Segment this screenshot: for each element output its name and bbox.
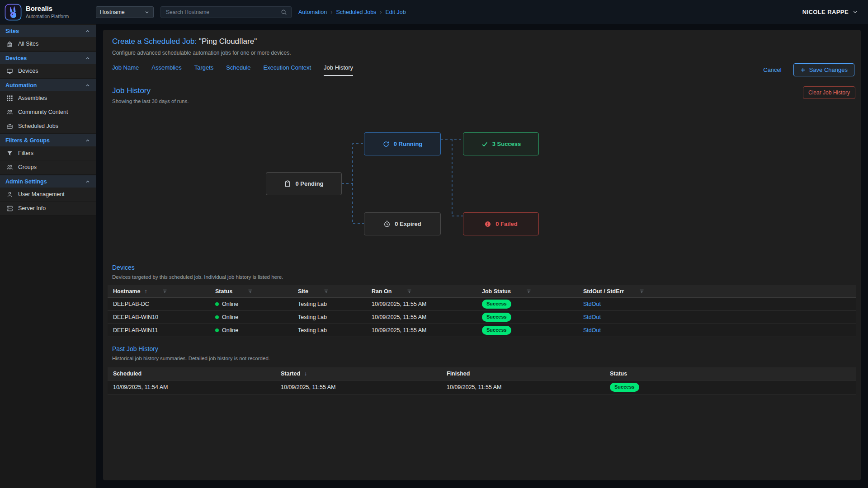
sidebar-item-devices[interactable]: Devices — [0, 64, 96, 78]
check-icon — [481, 141, 488, 148]
sort-desc-icon[interactable]: ↓ — [304, 371, 307, 377]
hostname-select-value: Hostname — [100, 9, 125, 15]
search-input[interactable] — [165, 9, 281, 16]
status-cell: Online — [210, 327, 292, 333]
past-job-history-heading: Past Job History — [108, 345, 856, 352]
search-icon[interactable] — [281, 9, 287, 15]
past-job-history-table: Scheduled Started ↓ Finished Status 10/0… — [108, 367, 856, 394]
filter-icon[interactable] — [406, 288, 412, 294]
sidebar-section-sites[interactable]: Sites — [0, 25, 96, 37]
column-header-hostname[interactable]: Hostname ↑ — [108, 288, 210, 295]
tab-schedule[interactable]: Schedule — [226, 64, 250, 76]
people-icon — [6, 109, 13, 116]
status-cell: Success — [604, 383, 856, 391]
table-row[interactable]: DEEPLAB-DC Online Testing Lab 10/09/2025… — [108, 298, 856, 311]
hostname-cell: DEEPLAB-DC — [108, 301, 210, 307]
table-row[interactable]: DEEPLAB-WIN10 Online Testing Lab 10/09/2… — [108, 311, 856, 324]
online-dot — [215, 315, 219, 319]
status-badge: Success — [482, 326, 511, 334]
sidebar-item-user-management[interactable]: User Management — [0, 188, 96, 202]
sidebar-item-scheduled-jobs[interactable]: Scheduled Jobs — [0, 119, 96, 133]
error-icon — [484, 221, 491, 228]
flow-box-success[interactable]: 3 Success — [463, 132, 539, 155]
job-status-cell: Success — [476, 300, 578, 308]
sidebar-section-admin-settings[interactable]: Admin Settings — [0, 175, 96, 188]
grid-icon — [6, 95, 13, 102]
column-header-finished[interactable]: Finished — [441, 371, 604, 377]
sort-asc-icon[interactable]: ↑ — [144, 288, 147, 295]
devices-heading: Devices — [108, 264, 856, 271]
online-dot — [215, 302, 219, 306]
sidebar-item-label: Community Content — [18, 109, 68, 115]
filter-icon[interactable] — [526, 288, 532, 294]
tab-assemblies[interactable]: Assemblies — [151, 64, 181, 76]
devices-table-header: Hostname ↑ Status Site Ran On Job — [108, 285, 856, 298]
finished-cell: 10/09/2025, 11:55 AM — [441, 384, 604, 390]
flow-box-expired[interactable]: 0 Expired — [364, 212, 441, 235]
flow-box-pending[interactable]: 0 Pending — [266, 172, 342, 195]
tabs-row: Job Name Assemblies Targets Schedule Exe… — [108, 63, 856, 76]
sidebar-item-label: Devices — [18, 68, 38, 74]
cancel-button[interactable]: Cancel — [760, 66, 784, 74]
breadcrumb-separator: › — [380, 9, 382, 15]
site-cell: Testing Lab — [292, 314, 366, 320]
sidebar-item-filters[interactable]: Filters — [0, 146, 96, 160]
column-header-job-status[interactable]: Job Status — [476, 288, 578, 295]
column-header-stdout[interactable]: StdOut / StdErr — [578, 288, 856, 295]
stdout-link[interactable]: StdOut — [583, 301, 601, 307]
tab-job-name[interactable]: Job Name — [112, 64, 139, 76]
sidebar-item-label: Server Info — [18, 205, 46, 211]
stdout-link[interactable]: StdOut — [583, 327, 601, 333]
filter-icon[interactable] — [639, 288, 645, 294]
column-header-ran-on[interactable]: Ran On — [366, 288, 476, 295]
sidebar-item-community-content[interactable]: Community Content — [0, 105, 96, 119]
flow-box-failed[interactable]: 0 Failed — [463, 212, 539, 235]
sidebar-section-automation[interactable]: Automation — [0, 79, 96, 91]
column-header-started[interactable]: Started ↓ — [275, 371, 441, 377]
column-header-scheduled[interactable]: Scheduled — [108, 371, 275, 377]
column-header-site[interactable]: Site — [292, 288, 366, 295]
save-changes-button[interactable]: Save Changes — [793, 63, 854, 76]
brand-subtitle: Automation Platform — [26, 14, 69, 19]
breadcrumb-scheduled-jobs[interactable]: Scheduled Jobs — [336, 9, 376, 15]
brand-name: Borealis — [26, 5, 69, 13]
edit-job-panel: Create a Scheduled Job: "Ping Cloudflare… — [103, 30, 861, 480]
success-count-label: 3 Success — [492, 141, 521, 147]
past-job-history-subtext: Historical job history summaries. Detail… — [108, 356, 856, 361]
stdout-cell: StdOut — [578, 301, 856, 307]
sidebar-item-server-info[interactable]: Server Info — [0, 202, 96, 216]
sidebar-item-all-sites[interactable]: All Sites — [0, 37, 96, 51]
breadcrumb-automation[interactable]: Automation — [298, 9, 327, 15]
tab-execution-context[interactable]: Execution Context — [264, 64, 311, 76]
sidebar-item-assemblies[interactable]: Assemblies — [0, 91, 96, 105]
site-cell: Testing Lab — [292, 301, 366, 307]
filter-icon[interactable] — [323, 288, 329, 294]
clear-job-history-button[interactable]: Clear Job History — [803, 86, 855, 99]
site-cell: Testing Lab — [292, 327, 366, 333]
hostname-select[interactable]: Hostname — [96, 6, 154, 18]
chevron-up-icon — [85, 179, 90, 184]
stdout-link[interactable]: StdOut — [583, 314, 601, 320]
started-cell: 10/09/2025, 11:55 AM — [275, 384, 441, 390]
job-history-subtext: Showing the last 30 days of runs. — [112, 99, 189, 104]
main-content: Create a Scheduled Job: "Ping Cloudflare… — [96, 24, 868, 480]
breadcrumb-edit-job[interactable]: Edit Job — [386, 9, 406, 15]
tab-job-history[interactable]: Job History — [324, 64, 353, 76]
filter-icon[interactable] — [247, 288, 253, 294]
funnel-icon — [6, 150, 13, 157]
sidebar: Sites All Sites Devices Devices Automati… — [0, 24, 96, 488]
failed-count-label: 0 Failed — [495, 221, 517, 227]
sidebar-section-filters-groups[interactable]: Filters & Groups — [0, 134, 96, 146]
flow-box-running[interactable]: 0 Running — [364, 132, 441, 155]
column-header-status[interactable]: Status — [604, 371, 856, 377]
column-header-status[interactable]: Status — [210, 288, 292, 295]
user-menu[interactable]: NICOLE RAPPE — [802, 9, 858, 15]
sidebar-item-groups[interactable]: Groups — [0, 160, 96, 174]
chevron-up-icon — [85, 56, 90, 61]
topbar: Borealis Automation Platform Hostname Au… — [0, 0, 868, 24]
sidebar-section-devices[interactable]: Devices — [0, 52, 96, 64]
filter-icon[interactable] — [162, 288, 168, 294]
table-row[interactable]: DEEPLAB-WIN11 Online Testing Lab 10/09/2… — [108, 324, 856, 337]
table-row[interactable]: 10/09/2025, 11:54 AM 10/09/2025, 11:55 A… — [108, 380, 856, 394]
tab-targets[interactable]: Targets — [194, 64, 214, 76]
